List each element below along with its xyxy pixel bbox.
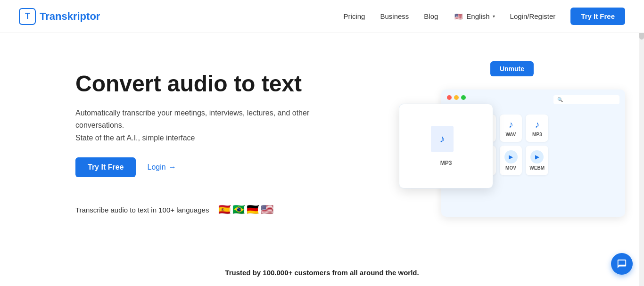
file-card-mov: ▶ MOV (500, 146, 522, 175)
logo-text: Transkriptor (40, 10, 100, 23)
dot-red (447, 95, 452, 100)
chat-icon (617, 259, 627, 269)
file-label-webm: WEBM (529, 165, 545, 171)
language-selector[interactable]: 🇺🇸 English ▾ (453, 11, 495, 22)
file-label-wav: WAV (505, 132, 516, 137)
language-label: English (466, 12, 489, 20)
music-icon-mp3: ♪ (535, 119, 539, 130)
browser-window-front: MP3 (399, 104, 493, 188)
play-icon-webm: ▶ (530, 150, 544, 163)
try-it-free-header-button[interactable]: Try It Free (570, 8, 625, 25)
hero-title: Convert audio to text (75, 71, 321, 97)
nav-pricing[interactable]: Pricing (344, 12, 365, 20)
chat-bubble-button[interactable] (611, 253, 633, 275)
file-label-mov: MOV (505, 165, 516, 171)
trusted-text: Trusted by 100.000+ customers from all a… (225, 269, 419, 277)
trusted-section: Trusted by 100.000+ customers from all a… (0, 259, 644, 281)
search-icon: 🔍 (557, 97, 563, 102)
login-label: Login (147, 163, 165, 172)
mp3-label: MP3 (440, 160, 452, 166)
languages-row: Transcribe audio to text in 100+ languag… (75, 201, 321, 219)
chevron-down-icon: ▾ (493, 14, 495, 19)
file-card-mp3-top: ♪ MP3 (526, 114, 548, 142)
nav-blog[interactable]: Blog (424, 12, 438, 20)
logo-link[interactable]: T Transkriptor (19, 8, 100, 25)
us-flag: 🇺🇸 (453, 11, 463, 22)
hero-buttons: Try It Free Login → (75, 157, 321, 177)
hero-left: Convert audio to text Automatically tran… (75, 61, 321, 219)
dot-yellow (454, 95, 459, 100)
hero-subtext: State of the art A.I., simple interface (75, 134, 321, 142)
hero-section: Convert audio to text Automatically tran… (0, 33, 644, 259)
mockup-container: 🔍 ♪ (399, 80, 625, 231)
play-icon-mov: ▶ (504, 150, 518, 163)
login-button[interactable]: Login → (147, 163, 176, 172)
mp3-file-icon (431, 126, 461, 156)
file-card-webm: ▶ WEBM (526, 146, 548, 175)
arrow-icon: → (169, 163, 176, 172)
hero-mockup: Unmute 🔍 (399, 61, 625, 240)
logo-icon: T (19, 8, 36, 25)
note-paper (431, 126, 454, 152)
header: T Transkriptor Pricing Business Blog 🇺🇸 … (0, 0, 644, 33)
bottom-triangle (0, 281, 644, 286)
hero-description: Automatically transcribe your meetings, … (75, 107, 321, 131)
music-icon-wav: ♪ (509, 119, 513, 130)
nav-login-register[interactable]: Login/Register (510, 12, 556, 20)
try-it-free-hero-button[interactable]: Try It Free (75, 157, 136, 177)
file-card-wav: ♪ WAV (500, 114, 522, 142)
main-nav: Pricing Business Blog 🇺🇸 English ▾ Login… (344, 8, 625, 25)
browser-search-bar: 🔍 (553, 95, 619, 104)
flag-group: 🇪🇸 🇧🇷 🇩🇪 🇺🇸 (215, 201, 276, 219)
unmute-button[interactable]: Unmute (490, 61, 534, 76)
file-label-mp3: MP3 (532, 132, 542, 137)
dot-green (461, 95, 466, 100)
lang-row-text: Transcribe audio to text in 100+ languag… (75, 206, 209, 214)
nav-business[interactable]: Business (380, 12, 409, 20)
flag-usa: 🇺🇸 (258, 201, 276, 219)
